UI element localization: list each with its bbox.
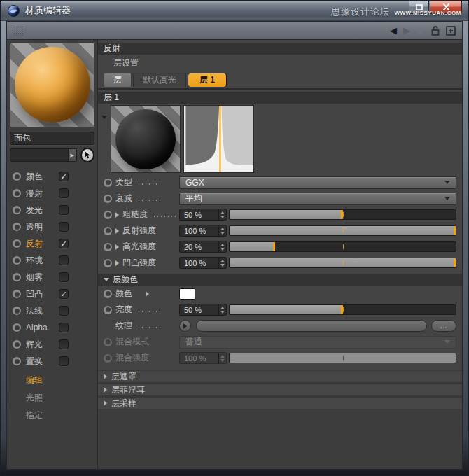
brightness-slider[interactable] [229,304,456,315]
channel-label[interactable]: 法线 [26,305,59,317]
channel-row-transparency[interactable]: 透明 [10,218,94,235]
slider-handle[interactable] [341,210,343,219]
tab-layers[interactable]: 层 [104,73,132,88]
section-layer-fresnel[interactable]: 层菲涅耳 [98,384,462,396]
specular-strength-input[interactable]: 20 % [179,241,227,253]
color-swatch[interactable] [179,288,195,300]
channel-checkbox[interactable] [59,356,69,366]
channel-checkbox[interactable]: ✓ [59,172,69,181]
expand-icon[interactable] [115,228,119,234]
animation-dot-icon[interactable] [104,178,112,187]
add-new-icon[interactable] [446,26,456,36]
channel-checkbox[interactable] [59,306,69,316]
layer-sphere-preview[interactable] [111,105,181,173]
preview-scene-input[interactable] [10,148,69,162]
channel-label[interactable]: 凹凸 [26,288,59,300]
channel-label[interactable]: 发光 [26,204,59,216]
channel-row-diffusion[interactable]: 漫射 [10,185,94,202]
animation-dot-icon[interactable] [104,195,112,203]
texture-browse-button[interactable]: … [431,320,456,332]
history-back-icon[interactable]: ◀ [390,26,397,35]
mode-illumination[interactable]: 光照 [10,389,94,407]
stepper-arrows-icon[interactable] [218,258,226,268]
expand-icon[interactable] [146,291,149,297]
channel-checkbox[interactable] [59,188,69,198]
channel-row-environment[interactable]: 环境 [10,252,94,269]
reflection-strength-slider[interactable] [229,225,456,236]
animation-dot-icon[interactable] [13,172,21,181]
animation-dot-icon[interactable] [104,227,112,235]
channel-row-glow[interactable]: 辉光 [10,336,94,353]
slider-handle[interactable] [454,226,456,235]
animation-dot-icon[interactable] [104,243,112,251]
roughness-slider[interactable] [229,209,456,220]
channel-row-luminance[interactable]: 发光 [10,202,94,218]
history-forward-icon[interactable]: ▶ [403,26,410,35]
material-preview[interactable] [10,43,94,127]
pick-material-button[interactable] [80,148,94,162]
section-header-layer-color[interactable]: 层颜色 [98,274,462,286]
material-name-input[interactable]: 面包 [10,132,94,145]
animation-dot-icon[interactable] [13,189,21,197]
lock-icon[interactable] [431,25,440,36]
animation-dot-icon[interactable] [13,223,21,231]
texture-path-field[interactable] [196,320,427,332]
channel-label[interactable]: 透明 [26,221,59,233]
preview-scene-popup-button[interactable]: ▶ [69,148,77,162]
animation-dot-icon[interactable] [13,340,21,349]
slider-handle[interactable] [341,305,343,314]
animation-dot-icon[interactable] [104,259,112,267]
expand-icon[interactable] [115,260,119,266]
stepper-arrows-icon[interactable] [218,241,226,252]
channel-checkbox[interactable] [59,272,69,282]
distribution-curve-preview[interactable] [183,105,254,173]
expand-icon[interactable] [115,212,119,218]
animation-dot-icon[interactable] [13,357,21,365]
channel-label[interactable]: 置换 [26,356,59,368]
section-layer-sampling[interactable]: 层采样 [98,398,462,409]
drag-grip-icon[interactable] [13,26,24,36]
channel-row-displacement[interactable]: 置换 [10,353,94,370]
animation-dot-icon[interactable] [13,206,21,214]
section-header-layer1[interactable]: 层 1 [98,92,462,104]
mode-assign[interactable]: 指定 [10,407,94,424]
channel-label[interactable]: 漫射 [26,188,59,200]
channel-checkbox[interactable] [59,205,69,215]
brightness-input[interactable]: 50 % [179,304,227,316]
attenuation-dropdown[interactable]: 平均 [179,192,456,205]
channel-row-alpha[interactable]: Alpha [10,319,94,336]
up-level-icon[interactable]: ▲ [416,27,425,35]
channel-row-color[interactable]: 颜色 ✓ [10,168,94,185]
channel-label[interactable]: Alpha [26,323,59,332]
section-layer-mask[interactable]: 层遮罩 [98,371,462,382]
animation-dot-icon[interactable] [13,273,21,281]
channel-checkbox[interactable]: ✓ [59,289,69,299]
channel-checkbox[interactable]: ✓ [59,239,69,248]
stepper-arrows-icon[interactable] [218,304,226,315]
channel-label[interactable]: 颜色 [26,171,59,183]
channel-row-normal[interactable]: 法线 [10,302,94,319]
bump-strength-input[interactable]: 100 % [179,257,227,269]
animation-dot-icon[interactable] [104,290,112,298]
tab-default-specular[interactable]: 默认高光 [133,73,186,88]
animation-dot-icon[interactable] [13,307,21,315]
expand-icon[interactable] [115,244,119,250]
animation-dot-icon[interactable] [13,290,21,298]
animation-dot-icon[interactable] [13,256,21,265]
animation-dot-icon[interactable] [13,323,21,332]
channel-label[interactable]: 环境 [26,255,59,267]
roughness-input[interactable]: 50 % [179,209,227,220]
channel-row-reflectance[interactable]: 反射 ✓ [10,235,94,252]
tab-layer-1[interactable]: 层 1 [188,73,227,88]
channel-checkbox[interactable] [59,340,69,349]
channel-checkbox[interactable] [59,323,69,332]
specular-strength-slider[interactable] [229,241,456,252]
animation-dot-icon[interactable] [13,239,21,248]
animation-dot-icon[interactable] [104,306,112,314]
animation-dot-icon[interactable] [104,211,112,219]
type-dropdown[interactable]: GGX [179,176,456,189]
mode-edit[interactable]: 编辑 [10,372,94,389]
channel-label[interactable]: 辉光 [26,339,59,351]
stepper-arrows-icon[interactable] [218,225,226,236]
channel-label-active[interactable]: 反射 [26,238,59,250]
